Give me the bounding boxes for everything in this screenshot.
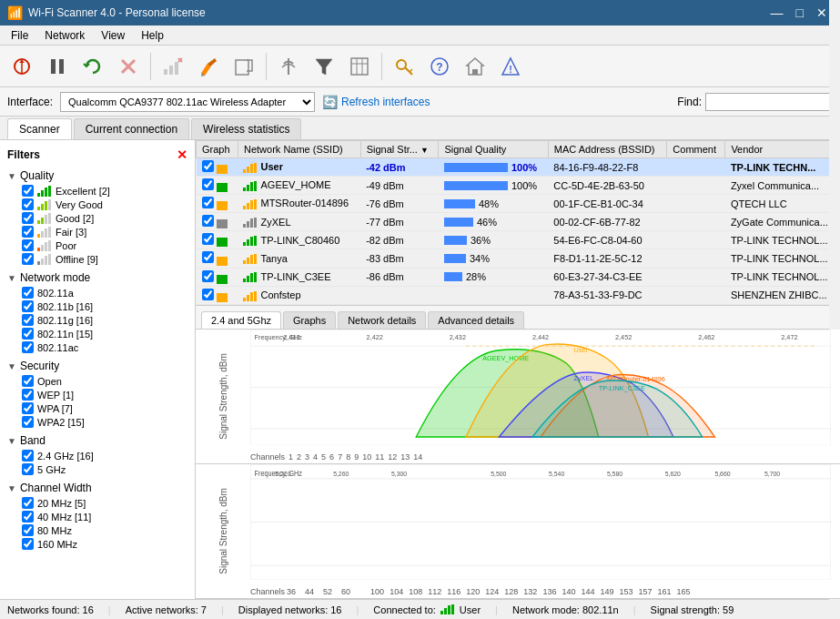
wpa2-checkbox[interactable] [22,416,34,428]
table-row[interactable]: ZyXEL-77 dBm46%00-02-CF-6B-77-82ZyGate C… [197,213,840,231]
table-row[interactable]: User-42 dBm100%84-16-F9-48-22-F8TP-LINK … [197,158,840,177]
80mhz-checkbox[interactable] [22,524,34,536]
row-checkbox[interactable] [202,197,214,208]
filter-quality-poor[interactable]: Poor [15,238,195,252]
filter-quality-excellent[interactable]: Excellent [2] [15,184,195,198]
chart-tab-24-5ghz[interactable]: 2.4 and 5Ghz [201,311,281,329]
160mhz-checkbox[interactable] [22,538,34,550]
filter-wep[interactable]: WEP [1] [15,388,195,401]
open-checkbox[interactable] [22,375,34,387]
filter-80211n[interactable]: 802.11n [15] [15,327,195,340]
row-checkbox[interactable] [202,251,214,263]
table-row[interactable]: TP-LINK_C80460-82 dBm36%54-E6-FC-C8-04-6… [197,231,840,249]
filter-80211ac[interactable]: 802.11ac [15,340,195,354]
tab-current-connection[interactable]: Current connection [74,118,189,139]
channel-width-section-header[interactable]: ▼ Channel Width [0,480,195,496]
row-checkbox[interactable] [202,160,214,172]
maximize-button[interactable]: □ [791,4,809,22]
col-signal-quality[interactable]: Signal Quality [439,141,548,158]
menu-file[interactable]: File [4,27,35,44]
quality-poor-checkbox[interactable] [22,239,34,251]
row-checkbox[interactable] [202,289,214,300]
filter-wpa2[interactable]: WPA2 [15] [15,415,195,429]
row-checkbox[interactable] [202,215,214,227]
80211a-checkbox[interactable] [22,287,34,299]
minimize-button[interactable]: — [765,4,789,22]
quality-verygood-checkbox[interactable] [22,198,34,210]
filter-160mhz[interactable]: 160 MHz [15,537,195,551]
quality-section-header[interactable]: ▼ Quality [0,167,195,184]
band-section-header[interactable]: ▼ Band [0,432,195,449]
col-vendor[interactable]: Vendor [725,141,840,158]
col-mac[interactable]: MAC Address (BSSID) [548,141,666,158]
pause-button[interactable] [41,50,74,83]
help-button[interactable]: ? [423,50,456,83]
columns-button[interactable] [343,50,376,83]
40mhz-checkbox[interactable] [22,511,34,523]
filter-quality-verygood[interactable]: Very Good [15,198,195,211]
wpa-checkbox[interactable] [22,402,34,414]
security-section-header[interactable]: ▼ Security [0,358,195,374]
interface-select[interactable]: Qualcomm QCA9377 802.11ac Wireless Adapt… [60,92,315,112]
clear-button[interactable] [192,50,225,83]
5ghz-checkbox[interactable] [22,463,34,475]
filter-5ghz[interactable]: 5 GHz [15,462,195,476]
80211ac-checkbox[interactable] [22,341,34,353]
row-checkbox[interactable] [202,233,214,245]
refresh-interfaces-button[interactable]: 🔄 Refresh interfaces [322,95,430,109]
row-checkbox[interactable] [202,270,214,282]
menu-help[interactable]: Help [134,27,171,44]
export-button[interactable] [228,50,260,83]
col-graph[interactable]: Graph [197,141,238,158]
filter-button[interactable] [308,50,340,83]
80211g-checkbox[interactable] [22,314,34,326]
tab-wireless-statistics[interactable]: Wireless statistics [191,118,301,139]
chart-tab-advanced-details[interactable]: Advanced details [428,311,524,329]
filters-close-button[interactable]: ✕ [177,147,187,162]
table-row[interactable]: MTSRouter-014896-76 dBm48%00-1F-CE-B1-0C… [197,195,840,213]
filter-quality-fair[interactable]: Fair [3] [15,225,195,238]
chart-tab-network-details[interactable]: Network details [338,311,426,329]
col-comment[interactable]: Comment [667,141,725,158]
filter-40mhz[interactable]: 40 MHz [11] [15,510,195,523]
table-row[interactable]: Confstep78-A3-51-33-F9-DCSHENZHEN ZHIBC.… [197,286,840,304]
filter-quality-good[interactable]: Good [2] [15,211,195,225]
24ghz-checkbox[interactable] [22,450,34,462]
filter-wpa[interactable]: WPA [7] [15,401,195,415]
quality-good-checkbox[interactable] [22,212,34,224]
filter-80211b[interactable]: 802.11b [16] [15,299,195,313]
filter-24ghz[interactable]: 2.4 GHz [16] [15,449,195,462]
table-row[interactable]: Tanya-83 dBm34%F8-D1-11-2E-5C-12TP-LINK … [197,249,840,268]
20mhz-checkbox[interactable] [22,497,34,509]
80211n-checkbox[interactable] [22,328,34,340]
filter-20mhz[interactable]: 20 MHz [5] [15,496,195,510]
info-button[interactable]: ! [494,50,527,83]
filter-80211g[interactable]: 802.11g [16] [15,313,195,327]
filter-quality-offline[interactable]: Offline [9] [15,252,195,266]
signal-bars-button[interactable] [157,50,189,83]
stop-button[interactable] [112,50,145,83]
network-mode-section-header[interactable]: ▼ Network mode [0,269,195,286]
home-button[interactable] [459,50,491,83]
find-input[interactable] [705,93,833,111]
key-button[interactable] [388,50,420,83]
scan-button[interactable] [5,50,38,83]
chart-tab-graphs[interactable]: Graphs [283,311,336,329]
menu-view[interactable]: View [94,27,132,44]
row-checkbox[interactable] [202,178,214,190]
filter-open[interactable]: Open [15,374,195,388]
quality-excellent-checkbox[interactable] [22,185,34,197]
quality-offline-checkbox[interactable] [22,253,34,265]
filter-80mhz[interactable]: 80 MHz [15,523,195,537]
menu-network[interactable]: Network [37,27,92,44]
table-scroll[interactable]: Graph Network Name (SSID) Signal Str... … [196,140,840,305]
col-signal-strength[interactable]: Signal Str... ▼ [360,141,439,158]
refresh-button[interactable] [76,50,109,83]
80211b-checkbox[interactable] [22,300,34,312]
quality-fair-checkbox[interactable] [22,226,34,238]
table-row[interactable]: TP-LINK_C3EE-86 dBm28%60-E3-27-34-C3-EET… [197,268,840,286]
wep-checkbox[interactable] [22,389,34,401]
tab-scanner[interactable]: Scanner [7,118,72,139]
filter-80211a[interactable]: 802.11a [15,286,195,299]
table-row[interactable]: AGEEV_HOME-49 dBm100%CC-5D-4E-2B-63-50Zy… [197,177,840,195]
